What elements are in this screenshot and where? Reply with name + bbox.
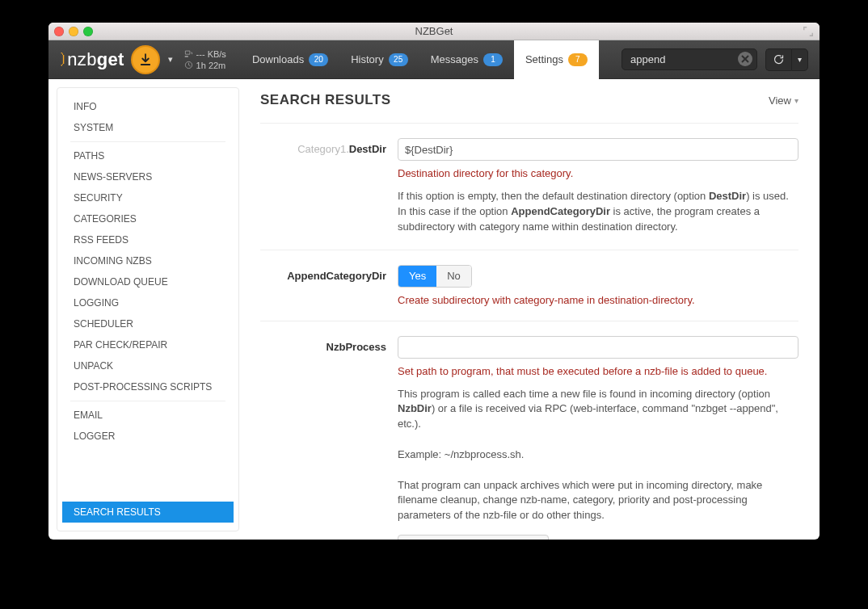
refresh-button[interactable]: [765, 48, 791, 71]
setting-help: This program is called each time a new f…: [398, 387, 798, 524]
close-button[interactable]: [54, 27, 64, 36]
setting-label: Category1.DestDir: [260, 138, 398, 235]
clock-icon: [184, 61, 193, 69]
nzbprocess-input[interactable]: [398, 336, 798, 359]
refresh-menu-button[interactable]: ▾: [791, 48, 808, 71]
window-controls: [54, 27, 93, 36]
settings-sidebar: INFOSYSTEMPATHSNEWS-SERVERSSECURITYCATEG…: [57, 87, 239, 531]
sidebar-item-email[interactable]: EMAIL: [62, 405, 234, 426]
tab-badge: 25: [389, 53, 408, 66]
setting-destdir: Category1.DestDirDestination directory f…: [260, 123, 798, 250]
toggle-option-yes[interactable]: Yes: [398, 266, 436, 287]
sidebar-item-par-check-repair[interactable]: PAR CHECK/REPAIR: [62, 334, 234, 355]
page-title: SEARCH RESULTS: [260, 92, 391, 108]
tab-badge: 7: [568, 53, 588, 66]
setting-control: YesNoCreate subdirectory with category-n…: [398, 265, 798, 306]
titlebar: NZBGet: [48, 23, 820, 40]
logo-text: ⟯nzbget: [60, 49, 124, 70]
refresh-icon: [773, 53, 785, 65]
sidebar-item-incoming-nzbs[interactable]: INCOMING NZBS: [62, 250, 234, 271]
setting-help: If this option is empty, then the defaul…: [398, 189, 798, 235]
settings-content: SEARCH RESULTS View▾ Category1.DestDirDe…: [239, 79, 820, 540]
tab-messages[interactable]: Messages1: [419, 40, 514, 79]
sidebar-item-categories[interactable]: CATEGORIES: [62, 208, 234, 229]
zoom-button[interactable]: [83, 27, 93, 36]
sidebar-item-info[interactable]: INFO: [62, 96, 234, 117]
search-box: [622, 48, 757, 70]
chevron-down-icon: ▾: [794, 96, 798, 105]
sidebar-item-unpack[interactable]: UNPACK: [62, 355, 234, 376]
content-header: SEARCH RESULTS View▾: [260, 92, 798, 108]
sidebar-item-post-processing-scripts[interactable]: POST-PROCESSING SCRIPTS: [62, 376, 234, 397]
chevron-down-icon[interactable]: ▾: [168, 54, 173, 65]
tab-label: Downloads: [252, 53, 304, 65]
tab-history[interactable]: History25: [339, 40, 419, 79]
tab-label: Settings: [525, 53, 563, 65]
tab-badge: 20: [309, 53, 328, 66]
sidebar-item-download-queue[interactable]: DOWNLOAD QUEUE: [62, 271, 234, 292]
sidebar-item-rss-feeds[interactable]: RSS FEEDS: [62, 229, 234, 250]
tab-settings[interactable]: Settings7: [514, 40, 599, 79]
svg-rect-0: [184, 56, 188, 57]
setting-hint: Set path to program, that must be execut…: [398, 365, 798, 377]
sidebar-item-logging[interactable]: LOGGING: [62, 292, 234, 313]
app-logo[interactable]: ⟯nzbget ▾: [60, 45, 173, 74]
setting-label: AppendCategoryDir: [260, 265, 398, 306]
expand-icon[interactable]: [803, 26, 814, 37]
sidebar-item-security[interactable]: SECURITY: [62, 187, 234, 208]
chevron-down-icon: ▾: [798, 55, 802, 64]
tab-label: History: [351, 53, 383, 65]
body: INFOSYSTEMPATHSNEWS-SERVERSSECURITYCATEG…: [48, 79, 820, 540]
toggle-option-no[interactable]: No: [436, 266, 471, 287]
speed-value: --- KB/s: [196, 48, 226, 60]
navbar-right: ▾: [622, 48, 808, 71]
logo-disc-icon: [131, 45, 160, 74]
time-value: 1h 22m: [196, 60, 226, 71]
sidebar-item-scheduler[interactable]: SCHEDULER: [62, 313, 234, 334]
tab-badge: 1: [483, 53, 503, 66]
setting-label: NzbProcess: [260, 336, 398, 540]
nav-tabs: Downloads20History25Messages1Settings7: [241, 40, 599, 79]
show-more-button[interactable]: Show more info for developers: [398, 535, 549, 540]
search-input[interactable]: [622, 48, 757, 70]
app-window: NZBGet ⟯nzbget ▾ --- KB/s 1h 22m D: [48, 23, 820, 540]
appendcategorydir-toggle: YesNo: [398, 265, 472, 288]
setting-hint: Create subdirectory with category-name i…: [398, 294, 798, 306]
clear-search-icon[interactable]: [738, 52, 752, 66]
window-title: NZBGet: [48, 25, 820, 37]
navbar: ⟯nzbget ▾ --- KB/s 1h 22m Downloads20His…: [48, 40, 820, 79]
sidebar-item-news-servers[interactable]: NEWS-SERVERS: [62, 166, 234, 187]
sidebar-item-search-results[interactable]: SEARCH RESULTS: [62, 502, 234, 523]
setting-control: Destination directory for this category.…: [398, 138, 798, 235]
download-icon: [184, 49, 193, 58]
sidebar-item-logger[interactable]: LOGGER: [62, 426, 234, 447]
status-block: --- KB/s 1h 22m: [184, 48, 226, 71]
tab-downloads[interactable]: Downloads20: [241, 40, 339, 79]
minimize-button[interactable]: [69, 27, 78, 36]
sidebar-item-system[interactable]: SYSTEM: [62, 117, 234, 138]
tab-label: Messages: [431, 53, 478, 65]
destdir-input[interactable]: [398, 138, 798, 161]
view-menu-button[interactable]: View▾: [769, 94, 798, 107]
setting-hint: Destination directory for this category.: [398, 167, 798, 179]
refresh-group: ▾: [765, 48, 808, 71]
setting-control: Set path to program, that must be execut…: [398, 336, 798, 540]
setting-appendcategorydir: AppendCategoryDirYesNoCreate subdirector…: [260, 250, 798, 321]
setting-nzbprocess: NzbProcessSet path to program, that must…: [260, 321, 798, 540]
sidebar-separator: [70, 401, 225, 401]
sidebar-separator: [70, 141, 225, 142]
sidebar-item-paths[interactable]: PATHS: [62, 145, 234, 166]
